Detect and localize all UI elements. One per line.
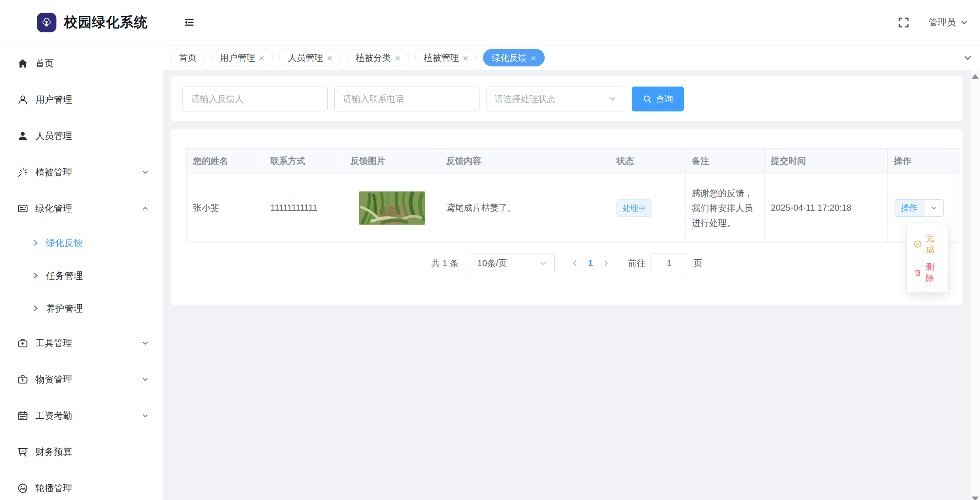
row-action-caret-button[interactable] xyxy=(924,199,944,217)
tab-label: 绿化反馈 xyxy=(492,52,527,64)
column-header-content: 反馈内容 xyxy=(440,149,610,174)
sidebar-item-payroll[interactable]: 工资考勤 xyxy=(0,397,163,434)
column-header-image: 反馈图片 xyxy=(344,149,440,174)
data-board-icon xyxy=(17,446,28,458)
action-delete[interactable]: 删除 xyxy=(907,258,948,287)
window-scrollbar[interactable] xyxy=(970,70,980,500)
user-outline-icon xyxy=(17,94,28,105)
feedback-person-input[interactable] xyxy=(182,87,328,111)
user-name: 管理员 xyxy=(928,16,956,28)
tab-staff-management[interactable]: 人员管理 × xyxy=(279,49,341,66)
row-action-button[interactable]: 操作 xyxy=(894,199,924,217)
tab-user-management[interactable]: 用户管理 × xyxy=(211,49,273,66)
cell-remark: 感谢您的反馈，我们将安排人员进行处理。 xyxy=(686,174,765,243)
trash-icon xyxy=(914,268,922,277)
sidebar-item-staff[interactable]: 人员管理 xyxy=(0,118,163,154)
column-header-remark: 备注 xyxy=(686,149,765,174)
sidebar-item-label: 首页 xyxy=(35,57,54,69)
sidebar-subitem-greening-feedback[interactable]: 绿化反馈 xyxy=(0,226,163,259)
table-header-row: 您的姓名 联系方式 反馈图片 反馈内容 状态 备注 提交时间 操作 xyxy=(187,149,959,174)
postcard-icon xyxy=(17,202,28,214)
supply-kit-icon xyxy=(17,373,28,385)
sidebar-item-supplies[interactable]: 物资管理 xyxy=(0,361,163,397)
sidebar: 校园绿化系统 首页 用户管理 xyxy=(0,0,163,500)
chevron-down-icon xyxy=(141,339,150,347)
sidebar-menu: 首页 用户管理 人员管理 xyxy=(0,45,163,500)
sidebar-item-tools[interactable]: 工具管理 xyxy=(0,325,163,361)
previous-page-button[interactable] xyxy=(570,259,579,267)
sidebar-item-label: 工具管理 xyxy=(35,337,72,349)
action-complete[interactable]: 完成 xyxy=(907,229,948,258)
close-icon[interactable]: × xyxy=(463,53,468,62)
chevron-down-icon xyxy=(141,168,150,177)
phone-input[interactable] xyxy=(334,87,480,111)
current-page-number[interactable]: 1 xyxy=(588,258,593,268)
search-icon xyxy=(643,94,652,104)
sparkle-icon xyxy=(17,166,28,178)
sidebar-item-vegetation[interactable]: 植被管理 xyxy=(0,154,163,190)
sidebar-subitem-label: 绿化反馈 xyxy=(46,237,83,249)
sidebar-subitem-task-management[interactable]: 任务管理 xyxy=(0,259,163,292)
cell-name: 张小斐 xyxy=(187,174,264,243)
sidebar-item-label: 绿化管理 xyxy=(35,202,72,215)
sidebar-item-label: 财务预算 xyxy=(35,446,72,458)
page-size-select[interactable]: 10条/页 xyxy=(470,253,555,273)
sidebar-item-greening[interactable]: 绿化管理 xyxy=(0,190,163,226)
tab-greening-feedback[interactable]: 绿化反馈 × xyxy=(483,49,545,66)
chevron-right-icon xyxy=(32,304,40,312)
person-filled-icon xyxy=(17,130,28,142)
close-icon[interactable]: × xyxy=(531,53,536,62)
action-delete-label: 删除 xyxy=(926,261,942,284)
action-complete-label: 完成 xyxy=(926,233,942,255)
search-button-label: 查询 xyxy=(656,93,673,105)
sidebar-subitem-label: 养护管理 xyxy=(46,302,83,315)
sidebar-subitem-maintenance[interactable]: 养护管理 xyxy=(0,292,163,325)
pagination-total: 共 1 条 xyxy=(431,257,458,269)
sidebar-collapse-icon[interactable] xyxy=(182,16,196,29)
goto-page-input[interactable] xyxy=(651,253,687,273)
topbar: 管理员 xyxy=(163,0,980,45)
fullscreen-icon[interactable] xyxy=(897,16,910,29)
chevron-down-icon xyxy=(539,259,547,267)
tab-vegetation-category[interactable]: 植被分类 × xyxy=(347,49,409,66)
sidebar-subitem-label: 任务管理 xyxy=(46,270,83,282)
topbar-right: 管理员 xyxy=(897,16,969,29)
tab-label: 人员管理 xyxy=(288,52,323,64)
tab-vegetation-management[interactable]: 植被管理 × xyxy=(415,49,477,66)
cell-status: 处理中 xyxy=(610,174,686,243)
chevron-left-icon xyxy=(570,259,579,267)
user-menu[interactable]: 管理员 xyxy=(928,16,969,28)
close-icon[interactable]: × xyxy=(259,53,264,62)
page-size-value: 10条/页 xyxy=(477,257,507,269)
tab-label: 用户管理 xyxy=(220,52,255,64)
sidebar-item-users[interactable]: 用户管理 xyxy=(0,81,163,118)
picture-icon xyxy=(17,482,28,494)
sidebar-item-home[interactable]: 首页 xyxy=(0,45,163,81)
tabbar: 首页 用户管理 × 人员管理 × 植被分类 × 植被管理 × 绿化反馈 × xyxy=(163,45,980,70)
table-row: 张小斐 11111111111 xyxy=(187,174,959,243)
filter-panel: 请选择处理状态 查询 xyxy=(171,76,962,121)
status-select[interactable]: 请选择处理状态 xyxy=(486,87,625,111)
check-circle-icon xyxy=(914,240,922,249)
tab-overflow-chevron-icon[interactable] xyxy=(962,45,973,70)
column-header-phone: 联系方式 xyxy=(264,149,344,174)
scrollbar-down-arrow-icon[interactable] xyxy=(972,497,979,500)
sidebar-item-label: 用户管理 xyxy=(35,94,72,106)
close-icon[interactable]: × xyxy=(327,53,332,62)
app-title: 校园绿化系统 xyxy=(64,13,148,31)
cell-content: 鸢尾成片枯萎了。 xyxy=(440,174,610,243)
close-icon[interactable]: × xyxy=(395,53,400,62)
chevron-right-icon xyxy=(32,271,40,280)
next-page-button[interactable] xyxy=(602,259,610,267)
sidebar-item-label: 物资管理 xyxy=(35,373,72,385)
home-icon xyxy=(17,57,28,69)
sidebar-item-carousel[interactable]: 轮播管理 xyxy=(0,470,163,500)
scrollbar-up-arrow-icon[interactable] xyxy=(972,74,979,79)
feedback-photo[interactable] xyxy=(359,191,425,225)
chevron-up-icon xyxy=(141,204,150,213)
tab-home[interactable]: 首页 xyxy=(170,49,205,66)
search-button[interactable]: 查询 xyxy=(632,87,684,111)
toolbox-icon xyxy=(17,337,28,349)
sidebar-item-budget[interactable]: 财务预算 xyxy=(0,434,163,470)
feedback-table: 您的姓名 联系方式 反馈图片 反馈内容 状态 备注 提交时间 操作 张小斐 11… xyxy=(186,148,959,243)
